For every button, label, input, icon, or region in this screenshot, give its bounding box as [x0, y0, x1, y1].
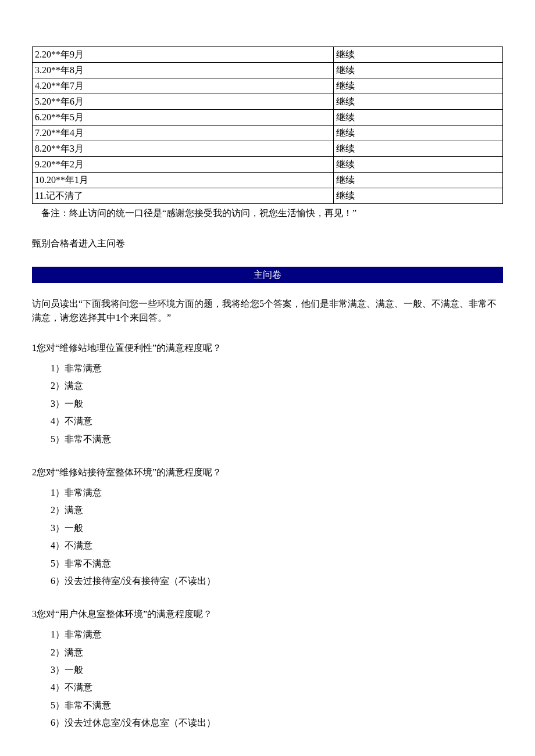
- table-row: 9.20**年2月继续: [33, 157, 503, 173]
- table-cell-left: 6.20**年5月: [33, 110, 334, 126]
- table-cell-right: 继续: [333, 47, 502, 63]
- option-item: 3）一般: [51, 661, 503, 679]
- options-list: 1）非常满意2）满意3）一般4）不满意5）非常不满意6）没去过休息室/没有休息室…: [32, 626, 503, 732]
- table-cell-right: 继续: [333, 110, 502, 126]
- option-item: 6）没去过接待室/没有接待室（不读出）: [51, 572, 503, 590]
- table-cell-left: 11.记不清了: [33, 188, 334, 204]
- table-row: 2.20**年9月继续: [33, 47, 503, 63]
- option-item: 2）满意: [51, 501, 503, 519]
- question-text: 2您对“维修站接待室整体环境”的满意程度呢？: [32, 465, 503, 479]
- option-item: 2）满意: [51, 644, 503, 661]
- table-cell-right: 继续: [333, 94, 502, 110]
- option-item: 2）满意: [51, 377, 503, 395]
- table-cell-left: 9.20**年2月: [33, 157, 334, 173]
- question-text: 3您对“用户休息室整体环境”的满意程度呢？: [32, 607, 503, 621]
- eligible-text: 甄别合格者进入主问卷: [32, 237, 503, 250]
- table-row: 8.20**年3月继续: [33, 141, 503, 157]
- footnote-text: 备注：终止访问的统一口径是“感谢您接受我的访问，祝您生活愉快，再见！”: [32, 206, 503, 220]
- table-row: 11.记不清了继续: [33, 188, 503, 204]
- table-row: 6.20**年5月继续: [33, 110, 503, 126]
- option-item: 6）没去过休息室/没有休息室（不读出）: [51, 714, 503, 732]
- table-cell-left: 7.20**年4月: [33, 126, 334, 141]
- table-cell-left: 4.20**年7月: [33, 78, 334, 94]
- option-item: 4）不满意: [51, 537, 503, 554]
- table-cell-right: 继续: [333, 141, 502, 157]
- option-item: 3）一般: [51, 519, 503, 537]
- question-block: 2您对“维修站接待室整体环境”的满意程度呢？1）非常满意2）满意3）一般4）不满…: [32, 465, 503, 590]
- table-cell-right: 继续: [333, 63, 502, 78]
- table-cell-left: 5.20**年6月: [33, 94, 334, 110]
- table-row: 4.20**年7月继续: [33, 78, 503, 94]
- table-row: 5.20**年6月继续: [33, 94, 503, 110]
- table-row: 10.20**年1月继续: [33, 173, 503, 188]
- table-cell-left: 3.20**年8月: [33, 63, 334, 78]
- table-cell-right: 继续: [333, 188, 502, 204]
- table-cell-right: 继续: [333, 173, 502, 188]
- question-block: 3您对“用户休息室整体环境”的满意程度呢？1）非常满意2）满意3）一般4）不满意…: [32, 607, 503, 732]
- option-item: 5）非常不满意: [51, 431, 503, 448]
- table-cell-left: 2.20**年9月: [33, 47, 334, 63]
- table-row: 3.20**年8月继续: [33, 63, 503, 78]
- options-list: 1）非常满意2）满意3）一般4）不满意5）非常不满意6）没去过接待室/没有接待室…: [32, 484, 503, 590]
- table-cell-right: 继续: [333, 126, 502, 141]
- table-cell-right: 继续: [333, 157, 502, 173]
- option-item: 4）不满意: [51, 413, 503, 430]
- option-item: 1）非常满意: [51, 626, 503, 643]
- date-status-table: 2.20**年9月继续3.20**年8月继续4.20**年7月继续5.20**年…: [32, 46, 503, 204]
- section-banner: 主问卷: [32, 267, 503, 283]
- instruction-text: 访问员读出“下面我将问您一些环境方面的题，我将给您5个答案，他们是非常满意、满意…: [32, 297, 503, 325]
- question-block: 1您对“维修站地理位置便利性”的满意程度呢？1）非常满意2）满意3）一般4）不满…: [32, 341, 503, 448]
- option-item: 3）一般: [51, 395, 503, 413]
- option-item: 5）非常不满意: [51, 555, 503, 572]
- table-row: 7.20**年4月继续: [33, 126, 503, 141]
- options-list: 1）非常满意2）满意3）一般4）不满意5）非常不满意: [32, 360, 503, 448]
- table-cell-left: 8.20**年3月: [33, 141, 334, 157]
- option-item: 1）非常满意: [51, 484, 503, 501]
- option-item: 5）非常不满意: [51, 697, 503, 714]
- option-item: 4）不满意: [51, 679, 503, 696]
- table-cell-left: 10.20**年1月: [33, 173, 334, 188]
- option-item: 1）非常满意: [51, 360, 503, 377]
- table-cell-right: 继续: [333, 78, 502, 94]
- question-text: 1您对“维修站地理位置便利性”的满意程度呢？: [32, 341, 503, 355]
